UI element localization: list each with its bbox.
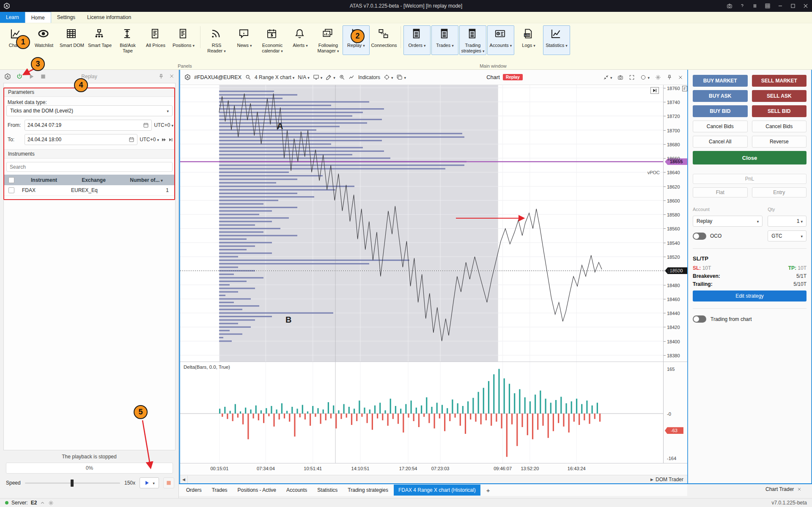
ribbon-item-chart[interactable]: Chart bbox=[3, 25, 30, 55]
account-select[interactable]: Replay bbox=[693, 216, 763, 227]
bottom-tab-orders[interactable]: Orders bbox=[181, 485, 206, 496]
ribbon-item-following-manager[interactable]: Following Manager bbox=[315, 25, 342, 55]
ribbon-item-rss-reader[interactable]: RSS Reader bbox=[203, 25, 230, 55]
ribbon-item-trades[interactable]: Trades bbox=[431, 25, 458, 55]
settings-gear-icon[interactable] bbox=[48, 500, 54, 506]
column-instrument[interactable]: Instrument bbox=[19, 177, 69, 183]
sell-bid-button[interactable]: SELL BID bbox=[752, 105, 807, 117]
column-exchange[interactable]: Exchange bbox=[69, 177, 118, 183]
help-icon[interactable] bbox=[739, 3, 745, 9]
go-to-end-button[interactable] bbox=[650, 87, 659, 94]
time-axis[interactable]: 00:15:0107:34:0410:51:4114:10:5117:20:54… bbox=[180, 463, 689, 475]
settings-gear-icon[interactable] bbox=[655, 74, 661, 80]
market-data-type-select[interactable]: Ticks and the DOM (Level2) bbox=[6, 105, 173, 116]
ribbon-item-connections[interactable]: Connections bbox=[370, 25, 398, 55]
close-position-button[interactable]: Close bbox=[693, 151, 807, 164]
zoom-in-icon[interactable] bbox=[339, 74, 345, 80]
from-timezone[interactable]: UTC+0 bbox=[154, 122, 173, 128]
calendar-icon[interactable] bbox=[129, 137, 134, 143]
sell-ask-button[interactable]: SELL ASK bbox=[752, 90, 807, 102]
column-number[interactable]: Number of... bbox=[118, 177, 175, 183]
stop-button[interactable] bbox=[163, 477, 174, 488]
panel-close-icon[interactable] bbox=[169, 74, 174, 79]
bottom-tab-accounts[interactable]: Accounts bbox=[282, 485, 312, 496]
close-icon[interactable] bbox=[797, 487, 801, 491]
chart-screenshot-icon[interactable] bbox=[617, 74, 623, 80]
select-all-checkbox[interactable] bbox=[8, 177, 14, 183]
skip-to-end-icon[interactable] bbox=[168, 137, 173, 143]
cancel-all-button[interactable]: Cancel All bbox=[693, 136, 748, 148]
chart-na-select[interactable]: N/A bbox=[298, 74, 310, 80]
edit-strategy-button[interactable]: Edit strategy bbox=[693, 290, 807, 301]
calendar-icon[interactable] bbox=[143, 122, 149, 128]
indicators-label[interactable]: Indicators bbox=[358, 74, 380, 80]
ribbon-item-bid-ask-tape[interactable]: Bid/Ask Tape bbox=[114, 25, 141, 55]
menu-tab-settings[interactable]: Settings bbox=[51, 12, 81, 23]
chart-trader-tab[interactable]: Chart Trader bbox=[765, 486, 801, 492]
minimize-button[interactable] bbox=[777, 3, 783, 9]
to-date-field[interactable] bbox=[25, 134, 137, 145]
to-date-input[interactable] bbox=[27, 137, 126, 143]
instrument-search[interactable] bbox=[6, 162, 173, 172]
price-pane[interactable]: AB F 18655 18500 18760187401872018700186… bbox=[180, 85, 689, 362]
buy-bid-button[interactable]: BUY BID bbox=[693, 105, 748, 117]
close-window-button[interactable] bbox=[803, 3, 809, 9]
ribbon-item-logs[interactable]: LOGLogs bbox=[515, 25, 542, 55]
tif-select[interactable]: GTC bbox=[768, 230, 807, 241]
entry-button[interactable]: Entry bbox=[752, 187, 807, 197]
buy-market-button[interactable]: BUY MARKET bbox=[693, 75, 748, 87]
pnl-button[interactable]: PnL bbox=[693, 174, 807, 184]
delta-indicator-label[interactable]: Delta(Bars, 0.0, True) bbox=[184, 364, 230, 370]
pin-icon[interactable] bbox=[158, 74, 164, 79]
power-icon[interactable] bbox=[16, 73, 23, 80]
theme-button[interactable] bbox=[640, 74, 650, 80]
delta-histogram[interactable] bbox=[180, 362, 663, 463]
from-date-field[interactable] bbox=[25, 120, 152, 131]
ribbon-item-smart-tape[interactable]: Smart Tape bbox=[86, 25, 113, 55]
to-timezone[interactable]: UTC+0 bbox=[140, 137, 159, 143]
ribbon-item-trading-strategies[interactable]: Trading strategies bbox=[459, 25, 486, 55]
ribbon-item-watchlist[interactable]: Watchlist bbox=[30, 25, 58, 55]
skip-forward-icon[interactable] bbox=[161, 137, 167, 143]
sell-market-button[interactable]: SELL MARKET bbox=[752, 75, 807, 87]
menu-tab-home[interactable]: Home bbox=[25, 12, 51, 23]
ribbon-item-accounts[interactable]: Accounts bbox=[487, 25, 514, 55]
delta-pane[interactable]: Delta(Bars, 0.0, True) -63 165-0-164 bbox=[180, 362, 689, 463]
speed-slider[interactable] bbox=[25, 482, 120, 484]
cancel-bids-button[interactable]: Cancel Bids bbox=[752, 121, 807, 132]
pin-icon[interactable] bbox=[667, 74, 672, 80]
reverse-button[interactable]: Reverse bbox=[752, 136, 807, 148]
dock-button[interactable] bbox=[603, 74, 612, 80]
price-chart[interactable]: AB bbox=[180, 85, 663, 362]
trading-from-chart-toggle[interactable] bbox=[693, 315, 706, 323]
playback-stop-icon[interactable] bbox=[40, 73, 47, 80]
table-row[interactable]: FDAX EUREX_Eq 1 bbox=[4, 185, 175, 196]
from-date-input[interactable] bbox=[27, 122, 140, 128]
ribbon-item-statistics[interactable]: Statistics bbox=[543, 25, 570, 55]
templates-button[interactable] bbox=[313, 74, 323, 80]
menu-tab-learn[interactable]: Learn bbox=[0, 12, 25, 23]
chevron-up-icon[interactable] bbox=[40, 500, 45, 506]
bottom-tab-statistics[interactable]: Statistics bbox=[313, 485, 342, 496]
maximize-button[interactable] bbox=[790, 3, 796, 9]
chart-scrollbar[interactable]: ◀ ▶DOM Trader bbox=[180, 475, 689, 483]
speed-slider-handle[interactable] bbox=[71, 480, 74, 487]
bottom-tab-trading-strategies[interactable]: Trading strategies bbox=[343, 485, 393, 496]
menu-tab-license-information[interactable]: License information bbox=[81, 12, 137, 23]
chart-close-icon[interactable] bbox=[678, 75, 683, 80]
ribbon-item-economic-calendar[interactable]: Economic calendar bbox=[259, 25, 286, 55]
ribbon-item-news[interactable]: News bbox=[231, 25, 258, 55]
bottom-tab-fdax-4-range-x-chart-historical-[interactable]: FDAX 4 Range X chart (Historical) bbox=[394, 485, 480, 496]
bottom-tab-positions-active[interactable]: Positions - Active bbox=[233, 485, 281, 496]
chart-symbol[interactable]: #FDAXU4@EUREX bbox=[194, 74, 241, 80]
scroll-left-button[interactable]: ◀ bbox=[180, 476, 188, 483]
add-tab-button[interactable]: + bbox=[481, 485, 495, 495]
playback-play-icon[interactable] bbox=[28, 73, 35, 80]
ribbon-item-orders[interactable]: Orders bbox=[403, 25, 431, 55]
search-icon[interactable] bbox=[245, 74, 251, 80]
ribbon-item-replay[interactable]: Replay bbox=[343, 25, 370, 55]
price-axis[interactable]: F 18655 18500 18760187401872018700186801… bbox=[663, 85, 689, 362]
dom-trader-tab[interactable]: ▶DOM Trader bbox=[650, 477, 689, 482]
oco-toggle[interactable] bbox=[693, 233, 706, 240]
ribbon-item-all-prices[interactable]: All Prices bbox=[142, 25, 169, 55]
